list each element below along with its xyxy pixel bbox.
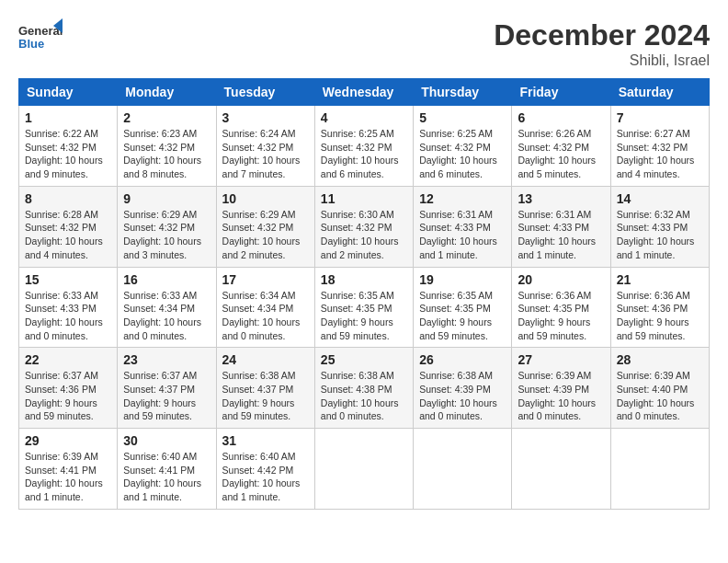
day-number: 22 [25,352,111,367]
calendar-cell: 19 Sunrise: 6:35 AM Sunset: 4:35 PM Dayl… [414,267,512,348]
calendar-cell: 30 Sunrise: 6:40 AM Sunset: 4:41 PM Dayl… [118,429,216,510]
day-info: Sunrise: 6:40 AM Sunset: 4:41 PM Dayligh… [123,450,210,504]
day-info: Sunrise: 6:39 AM Sunset: 4:40 PM Dayligh… [617,369,703,423]
calendar-week-row: 8 Sunrise: 6:28 AM Sunset: 4:32 PM Dayli… [19,186,710,267]
day-number: 18 [321,272,407,287]
calendar-cell: 16 Sunrise: 6:33 AM Sunset: 4:34 PM Dayl… [118,267,216,348]
calendar-cell [512,429,610,510]
calendar-cell: 3 Sunrise: 6:24 AM Sunset: 4:32 PM Dayli… [216,106,314,187]
day-number: 27 [518,352,604,367]
day-info: Sunrise: 6:37 AM Sunset: 4:36 PM Dayligh… [25,369,111,423]
calendar-cell [610,429,709,510]
day-info: Sunrise: 6:36 AM Sunset: 4:35 PM Dayligh… [518,289,604,343]
calendar-cell: 24 Sunrise: 6:38 AM Sunset: 4:37 PM Dayl… [216,348,314,429]
day-info: Sunrise: 6:25 AM Sunset: 4:32 PM Dayligh… [419,127,506,181]
day-info: Sunrise: 6:35 AM Sunset: 4:35 PM Dayligh… [321,289,407,343]
calendar-cell: 4 Sunrise: 6:25 AM Sunset: 4:32 PM Dayli… [314,106,413,187]
day-info: Sunrise: 6:23 AM Sunset: 4:32 PM Dayligh… [123,127,210,181]
calendar-cell: 23 Sunrise: 6:37 AM Sunset: 4:37 PM Dayl… [118,348,216,429]
month-title: December 2024 [494,18,710,52]
day-number: 30 [123,433,210,448]
day-info: Sunrise: 6:29 AM Sunset: 4:32 PM Dayligh… [123,208,210,262]
day-info: Sunrise: 6:24 AM Sunset: 4:32 PM Dayligh… [222,127,309,181]
day-number: 26 [419,352,506,367]
day-number: 19 [419,272,506,287]
calendar-cell: 29 Sunrise: 6:39 AM Sunset: 4:41 PM Dayl… [19,429,118,510]
day-info: Sunrise: 6:36 AM Sunset: 4:36 PM Dayligh… [617,289,703,343]
calendar-cell: 11 Sunrise: 6:30 AM Sunset: 4:32 PM Dayl… [314,186,413,267]
calendar-cell: 17 Sunrise: 6:34 AM Sunset: 4:34 PM Dayl… [216,267,314,348]
day-info: Sunrise: 6:33 AM Sunset: 4:34 PM Dayligh… [123,289,210,343]
day-number: 4 [321,110,407,125]
day-number: 21 [617,272,703,287]
svg-text:Blue: Blue [18,37,44,51]
calendar-cell: 15 Sunrise: 6:33 AM Sunset: 4:33 PM Dayl… [19,267,118,348]
day-info: Sunrise: 6:29 AM Sunset: 4:32 PM Dayligh… [222,208,309,262]
calendar-cell: 28 Sunrise: 6:39 AM Sunset: 4:40 PM Dayl… [610,348,709,429]
day-info: Sunrise: 6:32 AM Sunset: 4:33 PM Dayligh… [617,208,703,262]
weekday-header-tuesday: Tuesday [216,79,314,106]
calendar-cell: 20 Sunrise: 6:36 AM Sunset: 4:35 PM Dayl… [512,267,610,348]
day-info: Sunrise: 6:25 AM Sunset: 4:32 PM Dayligh… [321,127,407,181]
day-number: 8 [25,191,111,206]
day-number: 11 [321,191,407,206]
calendar-cell: 10 Sunrise: 6:29 AM Sunset: 4:32 PM Dayl… [216,186,314,267]
calendar-cell: 26 Sunrise: 6:38 AM Sunset: 4:39 PM Dayl… [414,348,512,429]
calendar-cell: 21 Sunrise: 6:36 AM Sunset: 4:36 PM Dayl… [610,267,709,348]
day-info: Sunrise: 6:38 AM Sunset: 4:37 PM Dayligh… [222,369,309,423]
day-info: Sunrise: 6:28 AM Sunset: 4:32 PM Dayligh… [25,208,111,262]
day-number: 29 [25,433,111,448]
calendar-cell: 12 Sunrise: 6:31 AM Sunset: 4:33 PM Dayl… [414,186,512,267]
calendar-cell: 13 Sunrise: 6:31 AM Sunset: 4:33 PM Dayl… [512,186,610,267]
day-info: Sunrise: 6:38 AM Sunset: 4:39 PM Dayligh… [419,369,506,423]
logo-icon: General Blue [18,18,63,57]
calendar-header-row: SundayMondayTuesdayWednesdayThursdayFrid… [19,79,710,106]
day-info: Sunrise: 6:39 AM Sunset: 4:39 PM Dayligh… [518,369,604,423]
day-number: 31 [222,433,309,448]
calendar-cell: 9 Sunrise: 6:29 AM Sunset: 4:32 PM Dayli… [118,186,216,267]
day-info: Sunrise: 6:37 AM Sunset: 4:37 PM Dayligh… [123,369,210,423]
day-number: 25 [321,352,407,367]
day-number: 20 [518,272,604,287]
title-block: December 2024 Shibli, Israel [494,18,710,69]
weekday-header-friday: Friday [512,79,610,106]
page-header: General Blue December 2024 Shibli, Israe… [18,18,710,69]
calendar-cell: 5 Sunrise: 6:25 AM Sunset: 4:32 PM Dayli… [414,106,512,187]
calendar-cell [414,429,512,510]
day-info: Sunrise: 6:35 AM Sunset: 4:35 PM Dayligh… [419,289,506,343]
calendar-table: SundayMondayTuesdayWednesdayThursdayFrid… [18,78,710,510]
calendar-cell: 25 Sunrise: 6:38 AM Sunset: 4:38 PM Dayl… [314,348,413,429]
day-number: 15 [25,272,111,287]
calendar-cell: 2 Sunrise: 6:23 AM Sunset: 4:32 PM Dayli… [118,106,216,187]
day-info: Sunrise: 6:22 AM Sunset: 4:32 PM Dayligh… [25,127,111,181]
calendar-cell: 8 Sunrise: 6:28 AM Sunset: 4:32 PM Dayli… [19,186,118,267]
day-info: Sunrise: 6:26 AM Sunset: 4:32 PM Dayligh… [518,127,604,181]
calendar-cell: 6 Sunrise: 6:26 AM Sunset: 4:32 PM Dayli… [512,106,610,187]
weekday-header-saturday: Saturday [610,79,709,106]
day-number: 13 [518,191,604,206]
calendar-week-row: 1 Sunrise: 6:22 AM Sunset: 4:32 PM Dayli… [19,106,710,187]
calendar-cell: 1 Sunrise: 6:22 AM Sunset: 4:32 PM Dayli… [19,106,118,187]
day-info: Sunrise: 6:27 AM Sunset: 4:32 PM Dayligh… [617,127,703,181]
calendar-cell: 7 Sunrise: 6:27 AM Sunset: 4:32 PM Dayli… [610,106,709,187]
day-info: Sunrise: 6:33 AM Sunset: 4:33 PM Dayligh… [25,289,111,343]
day-number: 6 [518,110,604,125]
calendar-cell: 14 Sunrise: 6:32 AM Sunset: 4:33 PM Dayl… [610,186,709,267]
day-number: 9 [123,191,210,206]
day-number: 12 [419,191,506,206]
calendar-cell: 31 Sunrise: 6:40 AM Sunset: 4:42 PM Dayl… [216,429,314,510]
location: Shibli, Israel [494,52,710,69]
calendar-week-row: 22 Sunrise: 6:37 AM Sunset: 4:36 PM Dayl… [19,348,710,429]
day-number: 17 [222,272,309,287]
calendar-cell: 22 Sunrise: 6:37 AM Sunset: 4:36 PM Dayl… [19,348,118,429]
day-info: Sunrise: 6:30 AM Sunset: 4:32 PM Dayligh… [321,208,407,262]
calendar-cell: 18 Sunrise: 6:35 AM Sunset: 4:35 PM Dayl… [314,267,413,348]
day-number: 23 [123,352,210,367]
logo: General Blue [18,18,63,57]
day-number: 1 [25,110,111,125]
weekday-header-thursday: Thursday [414,79,512,106]
day-info: Sunrise: 6:34 AM Sunset: 4:34 PM Dayligh… [222,289,309,343]
weekday-header-sunday: Sunday [19,79,118,106]
day-number: 5 [419,110,506,125]
weekday-header-monday: Monday [118,79,216,106]
